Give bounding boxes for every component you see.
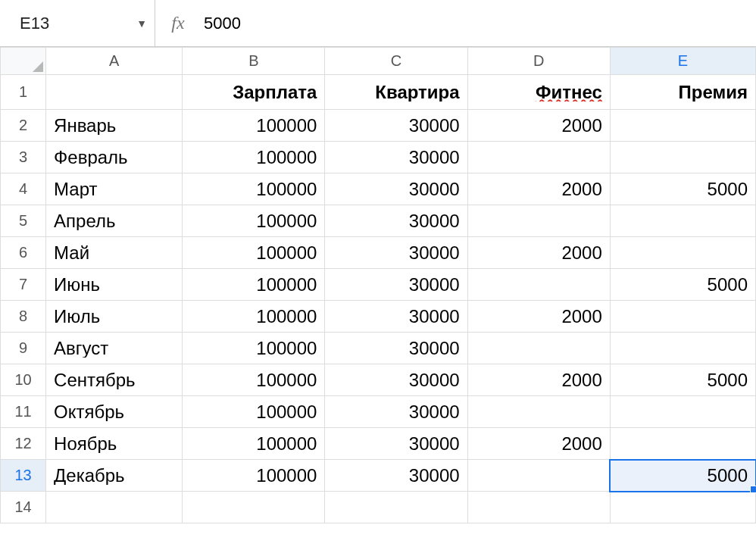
cell-D5[interactable] [467,205,610,237]
row-head-13[interactable]: 13 [1,460,46,492]
cell-C12[interactable]: 30000 [325,428,467,460]
cell-B4[interactable]: 100000 [183,173,325,205]
cell-E9[interactable] [610,333,755,364]
cell-C7[interactable]: 30000 [325,269,467,301]
cell-C2[interactable]: 30000 [325,110,467,142]
cell-C6[interactable]: 30000 [325,237,467,269]
cell-D6[interactable]: 2000 [467,237,610,269]
cell-text: 30000 [325,403,467,421]
cell-E2[interactable] [610,110,755,142]
cell-E12[interactable] [610,428,755,460]
row-head-3[interactable]: 3 [1,142,46,173]
cell-text: 30000 [325,117,467,135]
row-head-9[interactable]: 9 [1,333,46,364]
cell-A13[interactable]: Декабрь [46,460,183,492]
cell-B7[interactable]: 100000 [183,269,325,301]
cell-A1[interactable] [46,75,183,110]
cell-A2[interactable]: Январь [46,110,183,142]
cell-B14[interactable] [183,492,325,523]
cell-E3[interactable] [610,142,755,173]
cell-C14[interactable] [325,492,467,523]
row-head-1[interactable]: 1 [1,75,46,110]
cell-E8[interactable] [610,301,755,333]
cell-D9[interactable] [467,333,610,364]
cell-A5[interactable]: Апрель [46,205,183,237]
cell-E7[interactable]: 5000 [610,269,755,301]
col-head-D[interactable]: D [467,48,610,75]
cell-B9[interactable]: 100000 [183,333,325,364]
cell-A4[interactable]: Март [46,173,183,205]
col-head-A[interactable]: A [46,48,183,75]
select-all-corner[interactable] [1,48,46,75]
cell-E14[interactable] [610,492,755,523]
row-head-14[interactable]: 14 [1,492,46,523]
cell-A11[interactable]: Октябрь [46,396,183,428]
cell-B8[interactable]: 100000 [183,301,325,333]
chevron-down-icon[interactable]: ▼ [136,17,147,30]
table-row: 1ЗарплатаКвартираФитнесПремия [1,75,756,110]
row-head-8[interactable]: 8 [1,301,46,333]
row-head-2[interactable]: 2 [1,110,46,142]
cell-D13[interactable] [467,460,610,492]
cell-C11[interactable]: 30000 [325,396,467,428]
cell-E10[interactable]: 5000 [610,364,755,396]
cell-B5[interactable]: 100000 [183,205,325,237]
formula-input[interactable] [201,0,756,46]
row-head-6[interactable]: 6 [1,237,46,269]
cell-B13[interactable]: 100000 [183,460,325,492]
cell-E13[interactable]: 5000 [610,460,755,492]
cell-B10[interactable]: 100000 [183,364,325,396]
name-box-wrap[interactable]: E13 ▼ [0,0,155,46]
cell-D12[interactable]: 2000 [467,428,610,460]
cell-E6[interactable] [610,237,755,269]
name-box[interactable]: E13 [20,14,136,33]
cell-D7[interactable] [467,269,610,301]
cell-D14[interactable] [467,492,610,523]
cell-E4[interactable]: 5000 [610,173,755,205]
row-head-11[interactable]: 11 [1,396,46,428]
col-head-C[interactable]: C [325,48,467,75]
row-head-4[interactable]: 4 [1,173,46,205]
cell-A14[interactable] [46,492,183,523]
col-head-B[interactable]: B [183,48,325,75]
cell-D2[interactable]: 2000 [467,110,610,142]
row-head-12[interactable]: 12 [1,428,46,460]
row-head-5[interactable]: 5 [1,205,46,237]
cell-B12[interactable]: 100000 [183,428,325,460]
cell-E1[interactable]: Премия [610,75,755,110]
cell-A3[interactable]: Февраль [46,142,183,173]
cell-A8[interactable]: Июль [46,301,183,333]
cell-D1[interactable]: Фитнес [467,75,610,110]
row-head-7[interactable]: 7 [1,269,46,301]
col-head-E[interactable]: E [610,48,755,75]
cell-C1[interactable]: Квартира [325,75,467,110]
cell-B3[interactable]: 100000 [183,142,325,173]
table-row: 6Май100000300002000 [1,237,756,269]
cell-D8[interactable]: 2000 [467,301,610,333]
cell-A9[interactable]: Август [46,333,183,364]
cell-C13[interactable]: 30000 [325,460,467,492]
cell-B11[interactable]: 100000 [183,396,325,428]
cell-D11[interactable] [467,396,610,428]
cell-C3[interactable]: 30000 [325,142,467,173]
formula-bar: E13 ▼ fx [0,0,756,47]
cell-B6[interactable]: 100000 [183,237,325,269]
cell-A10[interactable]: Сентябрь [46,364,183,396]
cell-E5[interactable] [610,205,755,237]
cell-A12[interactable]: Ноябрь [46,428,183,460]
cell-B1[interactable]: Зарплата [183,75,325,110]
cell-D10[interactable]: 2000 [467,364,610,396]
cell-B2[interactable]: 100000 [183,110,325,142]
cell-D4[interactable]: 2000 [467,173,610,205]
spreadsheet-grid[interactable]: A B C D E 1ЗарплатаКвартираФитнесПремия2… [0,47,756,523]
cell-A7[interactable]: Июнь [46,269,183,301]
cell-C8[interactable]: 30000 [325,301,467,333]
cell-D3[interactable] [467,142,610,173]
cell-C10[interactable]: 30000 [325,364,467,396]
cell-E11[interactable] [610,396,755,428]
cell-C9[interactable]: 30000 [325,333,467,364]
cell-C4[interactable]: 30000 [325,173,467,205]
cell-C5[interactable]: 30000 [325,205,467,237]
row-head-10[interactable]: 10 [1,364,46,396]
cell-A6[interactable]: Май [46,237,183,269]
